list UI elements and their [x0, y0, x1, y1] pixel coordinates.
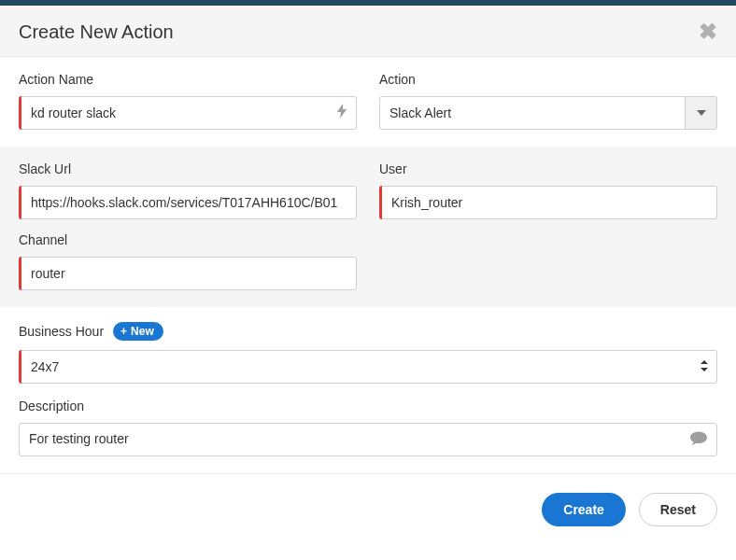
- speech-bubble-icon: [690, 431, 707, 449]
- section-action-basic: Action Name Action Slack Alert: [0, 57, 736, 147]
- description-value: For testing router: [29, 431, 129, 446]
- action-type-value: Slack Alert: [379, 96, 686, 130]
- action-name-input[interactable]: [21, 96, 357, 130]
- slack-url-input-wrapper: [19, 186, 357, 219]
- close-icon[interactable]: ✖: [699, 21, 717, 43]
- modal-header: Create New Action ✖: [0, 6, 736, 57]
- business-hour-label-row: Business Hour + New: [19, 322, 717, 341]
- action-type-dropdown-button[interactable]: [686, 96, 717, 130]
- user-input-wrapper: [379, 186, 717, 219]
- channel-label: Channel: [19, 232, 357, 247]
- action-type-label: Action: [379, 72, 717, 87]
- description-label: Description: [19, 399, 717, 413]
- plus-icon: +: [120, 325, 127, 338]
- reset-button[interactable]: Reset: [639, 493, 717, 526]
- description-input[interactable]: For testing router: [19, 423, 717, 456]
- channel-input[interactable]: [21, 257, 357, 290]
- chevron-down-icon: [697, 110, 706, 116]
- new-label: New: [131, 325, 154, 338]
- section-slack-details: Slack Url User Channel: [0, 147, 736, 307]
- action-type-select[interactable]: Slack Alert: [379, 96, 717, 130]
- action-name-input-wrapper: [19, 96, 357, 130]
- business-hour-select-wrapper: 24x7: [19, 350, 717, 384]
- modal-title: Create New Action: [19, 21, 174, 43]
- create-button[interactable]: Create: [542, 493, 626, 526]
- business-hour-label: Business Hour: [19, 324, 104, 339]
- section-schedule: Business Hour + New 24x7 Description For…: [0, 307, 736, 473]
- slack-url-label: Slack Url: [19, 161, 357, 176]
- action-name-label: Action Name: [19, 72, 357, 87]
- slack-url-input[interactable]: [21, 186, 357, 219]
- modal-footer: Create Reset: [0, 473, 736, 541]
- business-hour-select[interactable]: 24x7: [21, 350, 717, 384]
- user-label: User: [379, 161, 717, 176]
- channel-input-wrapper: [19, 257, 357, 290]
- create-action-modal: Create New Action ✖ Action Name Action S…: [0, 6, 736, 541]
- new-business-hour-button[interactable]: + New: [113, 322, 163, 341]
- user-input[interactable]: [382, 186, 717, 219]
